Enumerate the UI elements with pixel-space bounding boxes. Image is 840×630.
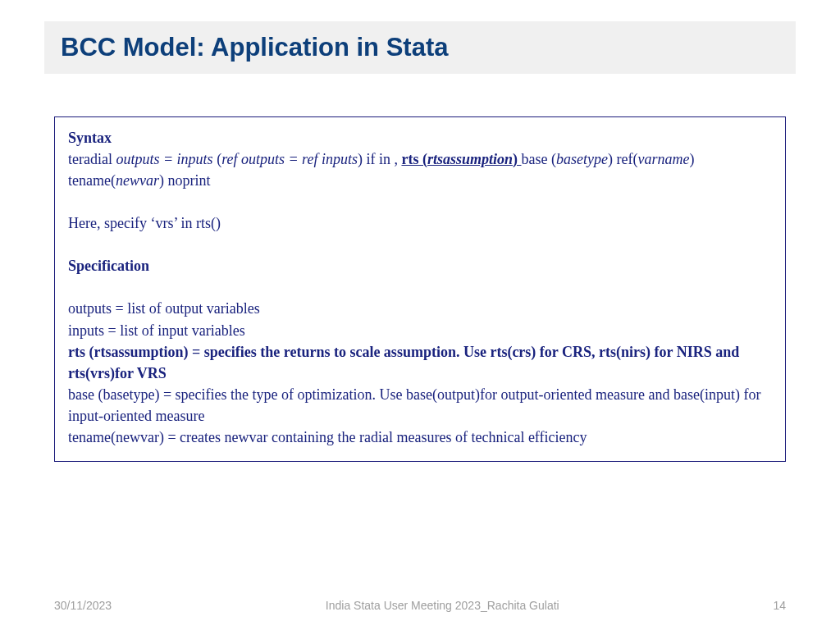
spec-l4: base (basetype) = specifies the type of … — [68, 384, 772, 427]
syntax-label: Syntax — [68, 130, 112, 146]
syntax-ifin: ) if in , — [358, 151, 402, 167]
spec-l3: rts (rtsassumption) = specifies the retu… — [68, 341, 772, 384]
syntax-ref-open: ) ref( — [608, 151, 637, 167]
syntax-ref: ref outputs = ref inputs — [221, 151, 358, 167]
note-line: Here, specify ‘vrs’ in rts() — [68, 212, 772, 234]
spec-l1: outputs = list of output variables — [68, 298, 772, 319]
syntax-heading: Syntax — [68, 127, 772, 148]
syntax-cmd: teradial — [68, 151, 116, 167]
syntax-newvar: newvar — [116, 172, 159, 189]
syntax-base-open: base ( — [522, 151, 556, 167]
footer-center: India Stata User Meeting 2023_Rachita Gu… — [112, 599, 773, 612]
spec-l5: tename(newvar) = creates newvar containi… — [68, 427, 772, 448]
syntax-noprint: ) noprint — [159, 172, 211, 189]
spec-heading: Specification — [68, 255, 772, 276]
spec-l2: inputs = list of input variables — [68, 320, 772, 341]
content-box: Syntax teradial outputs = inputs (ref ou… — [54, 116, 786, 462]
footer: 30/11/2023 India Stata User Meeting 2023… — [0, 599, 840, 612]
syntax-outin: outputs = inputs — [116, 151, 217, 167]
spec-label: Specification — [68, 258, 149, 274]
footer-page: 14 — [773, 599, 786, 612]
syntax-line: teradial outputs = inputs (ref outputs =… — [68, 148, 772, 191]
syntax-basetype: basetype — [556, 151, 608, 167]
slide-title: BCC Model: Application in Stata — [61, 33, 779, 62]
footer-date: 30/11/2023 — [54, 599, 112, 612]
syntax-rts-close: ) — [513, 151, 522, 167]
syntax-varname: varname — [637, 151, 689, 167]
title-bar: BCC Model: Application in Stata — [44, 21, 796, 74]
syntax-rts-arg: rtsassumption — [427, 151, 513, 167]
syntax-rts-open: rts ( — [401, 151, 427, 167]
